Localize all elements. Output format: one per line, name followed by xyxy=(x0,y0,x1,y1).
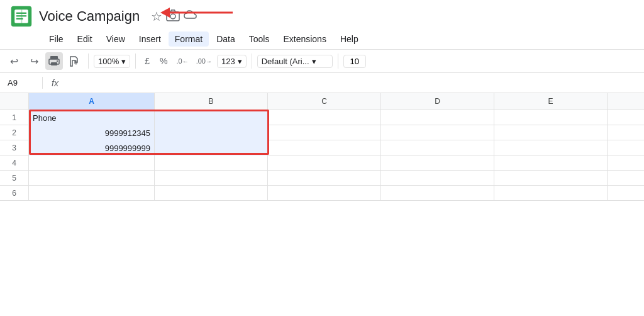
fx-icon: fx xyxy=(48,78,62,88)
formula-bar: fx xyxy=(0,73,644,93)
row-number: 3 xyxy=(0,140,29,155)
paint-format-button[interactable] xyxy=(65,52,83,70)
menu-help[interactable]: Help xyxy=(334,31,365,47)
toolbar-divider-4 xyxy=(338,54,338,69)
table-row: 1 Phone xyxy=(0,110,644,125)
cell-a4[interactable] xyxy=(29,155,155,171)
cell-e1[interactable] xyxy=(494,110,608,125)
red-arrow-annotation xyxy=(157,4,233,21)
toolbar: ↩ ↪ 100% ▾ £ % .0← .00→ 123 ▾ Default (A… xyxy=(0,49,644,73)
table-row: 4 xyxy=(0,155,644,171)
decimal-more-button[interactable]: .00→ xyxy=(194,56,214,66)
col-header-d[interactable]: D xyxy=(381,93,494,110)
currency-button[interactable]: £ xyxy=(141,55,153,67)
table-row: 6 xyxy=(0,186,644,201)
column-header-row: A B C D E xyxy=(0,93,644,110)
zoom-arrow-icon: ▾ xyxy=(121,57,126,66)
svg-rect-12 xyxy=(51,62,57,65)
font-family-dropdown[interactable]: Default (Ari... ▾ xyxy=(257,55,333,68)
row-number: 2 xyxy=(0,125,29,140)
svg-marker-9 xyxy=(160,8,170,18)
menu-extensions[interactable]: Extensions xyxy=(277,31,332,47)
sheets-logo xyxy=(10,5,33,28)
cell-e3[interactable] xyxy=(494,140,608,155)
font-family-arrow-icon: ▾ xyxy=(312,57,316,66)
cell-c3[interactable] xyxy=(268,140,381,155)
cell-e6[interactable] xyxy=(494,186,608,201)
zoom-value: 100% xyxy=(98,57,119,66)
cell-b2[interactable] xyxy=(155,125,268,140)
cell-e5[interactable] xyxy=(494,171,608,186)
undo-button[interactable]: ↩ xyxy=(5,52,23,70)
header-corner xyxy=(0,93,29,110)
menu-bar: File Edit View Insert Format Data Tools … xyxy=(0,30,644,49)
redo-button[interactable]: ↪ xyxy=(25,52,43,70)
table-row: 2 9999912345 xyxy=(0,125,644,140)
col-header-c[interactable]: C xyxy=(268,93,381,110)
cell-e4[interactable] xyxy=(494,155,608,171)
toolbar-divider-2 xyxy=(135,54,136,69)
cell-d4[interactable] xyxy=(381,155,494,171)
cell-a1[interactable]: Phone xyxy=(29,110,155,125)
menu-format[interactable]: Format xyxy=(169,31,209,47)
col-header-e[interactable]: E xyxy=(494,93,608,110)
cell-a3[interactable]: 9999999999 xyxy=(29,140,155,155)
title-bar: Voice Campaign ☆ xyxy=(0,0,644,30)
row-number: 4 xyxy=(0,155,29,170)
cell-d3[interactable] xyxy=(381,140,494,155)
col-header-b[interactable]: B xyxy=(155,93,268,110)
cell-d1[interactable] xyxy=(381,110,494,125)
cell-b5[interactable] xyxy=(155,171,268,186)
cell-a5[interactable] xyxy=(29,171,155,186)
row-number: 5 xyxy=(0,171,29,185)
cell-c6[interactable] xyxy=(268,186,381,201)
table-row: 5 xyxy=(0,171,644,186)
number-format-arrow-icon: ▾ xyxy=(238,57,242,66)
decimal-less-button[interactable]: .0← xyxy=(174,56,191,66)
spreadsheet-area: A B C D E 1 Phone 2 9999912345 3 9999999… xyxy=(0,93,644,201)
col-header-a[interactable]: A xyxy=(29,93,155,110)
cell-d2[interactable] xyxy=(381,125,494,140)
menu-insert[interactable]: Insert xyxy=(133,31,167,47)
font-family-label: Default (Ari... xyxy=(262,57,309,66)
toolbar-divider-1 xyxy=(88,54,89,69)
table-row: 3 9999999999 xyxy=(0,140,644,155)
percent-button[interactable]: % xyxy=(156,55,171,67)
cell-c1[interactable] xyxy=(268,110,381,125)
toolbar-divider-3 xyxy=(252,54,252,69)
cell-b3[interactable] xyxy=(155,140,268,155)
cell-b4[interactable] xyxy=(155,155,268,171)
svg-rect-5 xyxy=(21,9,22,23)
cell-a6[interactable] xyxy=(29,186,155,201)
menu-file[interactable]: File xyxy=(43,31,70,47)
number-format-dropdown[interactable]: 123 ▾ xyxy=(217,55,247,68)
cell-b6[interactable] xyxy=(155,186,268,201)
row-number: 6 xyxy=(0,186,29,200)
cell-reference-input[interactable] xyxy=(5,77,43,89)
cell-e2[interactable] xyxy=(494,125,608,140)
zoom-dropdown[interactable]: 100% ▾ xyxy=(94,55,130,68)
cell-c2[interactable] xyxy=(268,125,381,140)
title-icon-group: ☆ xyxy=(151,9,197,25)
menu-tools[interactable]: Tools xyxy=(243,31,276,47)
cell-a2[interactable]: 9999912345 xyxy=(29,125,155,140)
number-format-label: 123 xyxy=(221,57,235,66)
cell-d5[interactable] xyxy=(381,171,494,186)
cell-d6[interactable] xyxy=(381,186,494,201)
menu-edit[interactable]: Edit xyxy=(71,31,99,47)
print-button[interactable] xyxy=(45,52,63,70)
cell-b1[interactable] xyxy=(155,110,268,125)
font-size-input[interactable] xyxy=(343,55,366,68)
document-title: Voice Campaign xyxy=(39,8,140,25)
svg-rect-13 xyxy=(57,60,58,62)
row-number: 1 xyxy=(0,110,29,125)
cell-c4[interactable] xyxy=(268,155,381,171)
cell-c5[interactable] xyxy=(268,171,381,186)
menu-view[interactable]: View xyxy=(100,31,131,47)
menu-data[interactable]: Data xyxy=(210,31,242,47)
